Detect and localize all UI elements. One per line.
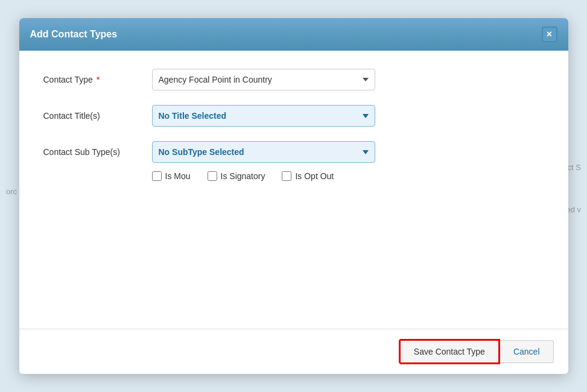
contact-titles-row: Contact Title(s) No Title Selected — [43, 105, 544, 127]
contact-titles-label: Contact Title(s) — [43, 111, 152, 121]
contact-type-select[interactable]: Agency Focal Point in Country Primary Co… — [152, 69, 375, 90]
modal-body: Contact Type * Agency Focal Point in Cou… — [19, 51, 568, 329]
contact-type-label: Contact Type * — [43, 75, 152, 84]
modal-header: Add Contact Types × — [19, 18, 568, 51]
contact-subtype-select[interactable]: No SubType Selected — [152, 141, 375, 163]
modal: Add Contact Types × Contact Type * Agenc… — [19, 18, 568, 374]
contact-type-row: Contact Type * Agency Focal Point in Cou… — [43, 69, 544, 90]
contact-titles-select[interactable]: No Title Selected — [152, 105, 375, 127]
is-mou-checkbox[interactable] — [152, 171, 162, 181]
is-mou-checkbox-item[interactable]: Is Mou — [152, 171, 191, 181]
save-contact-type-button[interactable]: Save Contact Type — [399, 339, 500, 364]
modal-overlay: Add Contact Types × Contact Type * Agenc… — [0, 0, 587, 392]
is-mou-label: Is Mou — [165, 171, 191, 181]
is-signatory-checkbox-item[interactable]: Is Signatory — [208, 171, 265, 181]
checkboxes-row: Is Mou Is Signatory Is Opt Out — [152, 171, 544, 181]
close-button[interactable]: × — [542, 27, 557, 42]
cancel-button[interactable]: Cancel — [500, 340, 554, 363]
is-signatory-label: Is Signatory — [221, 171, 265, 181]
modal-title: Add Contact Types — [30, 29, 118, 40]
modal-footer: Save Contact Type Cancel — [19, 329, 568, 374]
contact-subtype-row: Contact Sub Type(s) No SubType Selected — [43, 141, 544, 163]
is-signatory-checkbox[interactable] — [208, 171, 217, 181]
is-opt-out-checkbox-item[interactable]: Is Opt Out — [282, 171, 334, 181]
is-opt-out-checkbox[interactable] — [282, 171, 291, 181]
contact-subtype-label: Contact Sub Type(s) — [43, 147, 152, 157]
required-indicator: * — [94, 75, 100, 84]
is-opt-out-label: Is Opt Out — [295, 171, 334, 181]
